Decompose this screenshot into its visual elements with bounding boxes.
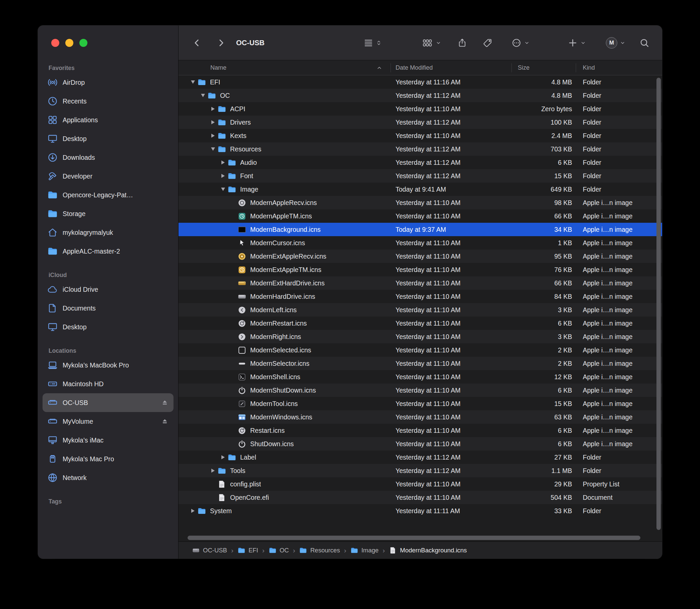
search-button[interactable] — [640, 38, 649, 48]
sidebar-item-mykolagrymalyuk[interactable]: mykolagrymalyuk — [42, 223, 174, 242]
file-row[interactable]: Font Yesterday at 11:12 AM 15 KB Folder — [178, 169, 662, 182]
file-row[interactable]: Label Yesterday at 11:12 AM 27 KB Folder — [178, 451, 662, 464]
sidebar-section-title: Tags — [38, 496, 178, 506]
sidebar-item-oc-usb[interactable]: OC-USB — [42, 393, 174, 412]
path-item-modernbackground-icns[interactable]: ModernBackground.icns — [389, 546, 467, 554]
disclosure-triangle[interactable] — [198, 94, 207, 97]
file-row[interactable]: ModernAppleTM.icns Yesterday at 11:10 AM… — [178, 209, 662, 223]
column-header-name[interactable]: Name — [178, 60, 391, 75]
path-item-resources[interactable]: Resources — [299, 546, 339, 554]
disclosure-triangle[interactable] — [209, 120, 217, 124]
file-row[interactable]: OpenCore.efi Yesterday at 11:10 AM 504 K… — [178, 491, 662, 504]
group-button[interactable] — [422, 37, 441, 49]
account-button[interactable]: M — [606, 37, 626, 49]
sidebar-item-applealc-master-2[interactable]: AppleALC-master-2 — [42, 242, 174, 261]
minimize-button[interactable] — [65, 39, 73, 47]
file-row[interactable]: Audio Yesterday at 11:12 AM 6 KB Folder — [178, 156, 662, 169]
file-row[interactable]: Kexts Yesterday at 11:10 AM 2.4 MB Folde… — [178, 129, 662, 142]
sidebar-item-mykola-s-macbook-pro[interactable]: Mykola’s MacBook Pro — [42, 356, 174, 375]
disclosure-triangle[interactable] — [189, 81, 197, 84]
disclosure-triangle[interactable] — [219, 160, 227, 164]
disclosure-triangle[interactable] — [189, 509, 197, 513]
disclosure-triangle[interactable] — [219, 455, 227, 459]
sidebar-item-downloads[interactable]: Downloads — [42, 148, 174, 167]
file-row[interactable]: Drivers Yesterday at 11:12 AM 100 KB Fol… — [178, 116, 662, 129]
file-row[interactable]: Tools Yesterday at 11:12 AM 1.1 MB Folde… — [178, 464, 662, 477]
file-row[interactable]: ModernRight.icns Yesterday at 11:10 AM 3… — [178, 330, 662, 343]
tag-button[interactable] — [483, 38, 493, 48]
disclosure-triangle[interactable] — [219, 188, 227, 191]
file-row[interactable]: Image Today at 9:41 AM 649 KB Folder — [178, 182, 662, 196]
file-row[interactable]: ModernRestart.icns Yesterday at 11:10 AM… — [178, 316, 662, 330]
path-item-oc-usb[interactable]: OC-USB — [192, 546, 227, 554]
file-row[interactable]: EFI Yesterday at 11:16 AM 4.8 MB Folder — [178, 75, 662, 89]
eject-icon[interactable] — [161, 399, 169, 407]
sidebar-item-desktop[interactable]: Desktop — [42, 129, 174, 148]
column-header-size[interactable]: Size — [512, 60, 576, 75]
disclosure-triangle[interactable] — [209, 469, 217, 473]
indent — [189, 122, 209, 123]
sidebar-item-developer[interactable]: Developer — [42, 167, 174, 186]
add-button[interactable] — [568, 38, 586, 48]
sidebar-item-storage[interactable]: Storage — [42, 204, 174, 223]
sidebar-item-network[interactable]: Network — [42, 468, 174, 487]
close-button[interactable] — [51, 39, 59, 47]
view-options-button[interactable] — [363, 38, 382, 48]
file-row[interactable]: ModernLeft.icns Yesterday at 11:10 AM 3 … — [178, 303, 662, 316]
file-date-modified: Yesterday at 11:10 AM — [391, 400, 512, 408]
sidebar-item-recents[interactable]: Recents — [42, 92, 174, 110]
file-row[interactable]: ModernHardDrive.icns Yesterday at 11:10 … — [178, 290, 662, 303]
file-row[interactable]: ModernSelector.icns Yesterday at 11:10 A… — [178, 357, 662, 370]
file-row[interactable]: ModernExtAppleRecv.icns Yesterday at 11:… — [178, 249, 662, 263]
sidebar-item-macintosh-hd[interactable]: Macintosh HD — [42, 375, 174, 393]
file-row[interactable]: ModernShell.icns Yesterday at 11:10 AM 1… — [178, 370, 662, 384]
file-row[interactable]: ACPI Yesterday at 11:10 AM Zero bytes Fo… — [178, 102, 662, 116]
file-row[interactable]: ModernShutDown.icns Yesterday at 11:10 A… — [178, 384, 662, 397]
back-button[interactable] — [192, 38, 202, 48]
sidebar-item-icloud-drive[interactable]: iCloud Drive — [42, 280, 174, 299]
file-row[interactable]: ModernSelected.icns Yesterday at 11:10 A… — [178, 343, 662, 357]
sidebar-section-items: AirDrop Recents Applications Desktop Dow… — [38, 73, 178, 261]
sidebar-item-mykola-s-mac-pro[interactable]: Mykola’s Mac Pro — [42, 450, 174, 468]
file-row[interactable]: ModernExtHardDrive.icns Yesterday at 11:… — [178, 276, 662, 290]
vertical-scrollbar[interactable] — [657, 78, 661, 530]
file-row[interactable]: OC Yesterday at 11:12 AM 4.8 MB Folder — [178, 89, 662, 102]
disclosure-triangle[interactable] — [209, 107, 217, 111]
sidebar-item-mykola-s-imac[interactable]: Mykola’s iMac — [42, 431, 174, 450]
disclosure-triangle[interactable] — [209, 147, 217, 151]
disclosure-triangle[interactable] — [219, 174, 227, 178]
disclosure-triangle[interactable] — [209, 134, 217, 138]
sidebar-item-desktop[interactable]: Desktop — [42, 317, 174, 336]
file-row[interactable]: System Yesterday at 11:11 AM 33 KB Folde… — [178, 504, 662, 518]
eject-icon[interactable] — [161, 417, 169, 425]
sidebar-item-applications[interactable]: Applications — [42, 110, 174, 129]
sidebar-item-opencore-legacy-pat-[interactable]: Opencore-Legacy-Pat… — [42, 186, 174, 204]
column-header-date[interactable]: Date Modified — [391, 60, 512, 75]
recents-icon — [47, 96, 58, 106]
sidebar-item-documents[interactable]: Documents — [42, 299, 174, 317]
file-row[interactable]: ModernCursor.icns Yesterday at 11:10 AM … — [178, 236, 662, 249]
path-item-oc[interactable]: OC — [268, 546, 289, 554]
sidebar-item-myvolume[interactable]: MyVolume — [42, 412, 174, 431]
file-row[interactable]: ModernExtAppleTM.icns Yesterday at 11:10… — [178, 263, 662, 276]
column-header-kind[interactable]: Kind — [576, 60, 662, 75]
file-row[interactable]: ModernTool.icns Yesterday at 11:10 AM 15… — [178, 397, 662, 410]
zoom-button[interactable] — [80, 39, 87, 47]
file-size: 27 KB — [512, 454, 576, 461]
horizontal-scrollbar[interactable] — [188, 536, 641, 540]
file-size: 100 KB — [512, 119, 576, 126]
file-row[interactable]: Restart.icns Yesterday at 11:10 AM 6 KB … — [178, 424, 662, 437]
file-row[interactable]: Resources Yesterday at 11:12 AM 703 KB F… — [178, 142, 662, 156]
share-button[interactable] — [457, 38, 467, 48]
file-row[interactable]: ShutDown.icns Yesterday at 11:10 AM 6 KB… — [178, 437, 662, 451]
path-item-image[interactable]: Image — [350, 546, 379, 554]
more-actions-button[interactable] — [511, 38, 530, 48]
file-row[interactable]: config.plist Yesterday at 11:10 AM 29 KB… — [178, 477, 662, 491]
file-row[interactable]: ModernBackground.icns Today at 9:37 AM 3… — [178, 223, 662, 236]
path-item-efi[interactable]: EFI — [238, 546, 258, 554]
sidebar-item-label: iCloud Drive — [63, 286, 169, 293]
file-row[interactable]: ModernWindows.icns Yesterday at 11:10 AM… — [178, 410, 662, 424]
sidebar-item-airdrop[interactable]: AirDrop — [42, 73, 174, 92]
forward-button[interactable] — [216, 38, 226, 48]
file-row[interactable]: ModernAppleRecv.icns Yesterday at 11:10 … — [178, 196, 662, 209]
